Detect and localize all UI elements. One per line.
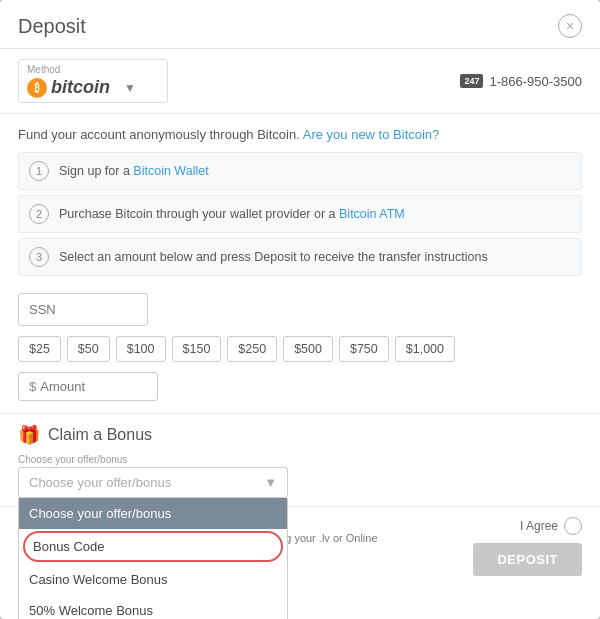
bonus-title: Claim a Bonus bbox=[48, 426, 152, 444]
step-1-num: 1 bbox=[29, 161, 49, 181]
bonus-dropdown-button[interactable]: Choose your offer/bonus ▼ bbox=[18, 467, 288, 498]
method-selector[interactable]: Method ₿ bitcoin ▼ bbox=[18, 59, 168, 103]
bitcoin-atm-link[interactable]: Bitcoin ATM bbox=[339, 207, 405, 221]
method-chevron-icon: ▼ bbox=[124, 81, 136, 95]
bitcoin-icon: ₿ bbox=[27, 78, 47, 98]
amount-btn-250[interactable]: $250 bbox=[227, 336, 277, 362]
bonus-section: 🎁 Claim a Bonus Choose your offer/bonus … bbox=[0, 413, 600, 506]
modal-title: Deposit bbox=[18, 15, 86, 38]
amount-btn-150[interactable]: $150 bbox=[172, 336, 222, 362]
amount-input-wrap: $ bbox=[18, 372, 158, 401]
agree-row: I Agree bbox=[520, 517, 582, 535]
amount-btn-500[interactable]: $500 bbox=[283, 336, 333, 362]
method-row: Method ₿ bitcoin ▼ 247 1-866-950-3500 bbox=[0, 49, 600, 114]
fund-description: Fund your account anonymously through Bi… bbox=[18, 127, 300, 142]
deposit-modal: Deposit × Method ₿ bitcoin ▼ 247 1-866-9… bbox=[0, 0, 600, 619]
step-1: 1 Sign up for a Bitcoin Wallet bbox=[18, 152, 582, 190]
step-2-num: 2 bbox=[29, 204, 49, 224]
agree-area: I Agree DEPOSIT bbox=[473, 517, 582, 576]
support-info: 247 1-866-950-3500 bbox=[460, 74, 582, 89]
dropdown-item-casino-welcome[interactable]: Casino Welcome Bonus bbox=[19, 564, 287, 595]
deposit-button[interactable]: DEPOSIT bbox=[473, 543, 582, 576]
step-2: 2 Purchase Bitcoin through your wallet p… bbox=[18, 195, 582, 233]
step-1-text: Sign up for a Bitcoin Wallet bbox=[59, 164, 209, 178]
gift-icon: 🎁 bbox=[18, 424, 40, 446]
amount-btn-25[interactable]: $25 bbox=[18, 336, 61, 362]
bitcoin-logo: ₿ bitcoin bbox=[27, 77, 110, 98]
modal-header: Deposit × bbox=[0, 0, 600, 49]
close-icon: × bbox=[566, 18, 574, 34]
agree-label: I Agree bbox=[520, 519, 558, 533]
dollar-sign-icon: $ bbox=[29, 379, 36, 394]
bonus-header: 🎁 Claim a Bonus bbox=[18, 424, 582, 446]
bitcoin-info-link[interactable]: Are you new to Bitcoin? bbox=[303, 127, 440, 142]
bonus-dropdown-list: Choose your offer/bonus Bonus Code Casin… bbox=[18, 498, 288, 619]
close-button[interactable]: × bbox=[558, 14, 582, 38]
bonus-dropdown-label: Choose your offer/bonus bbox=[18, 454, 288, 465]
step-3: 3 Select an amount below and press Depos… bbox=[18, 238, 582, 276]
support-badge: 247 bbox=[460, 74, 483, 88]
amount-btn-100[interactable]: $100 bbox=[116, 336, 166, 362]
steps-container: 1 Sign up for a Bitcoin Wallet 2 Purchas… bbox=[0, 152, 600, 276]
dropdown-item-default[interactable]: Choose your offer/bonus bbox=[19, 498, 287, 529]
ssn-input[interactable] bbox=[18, 293, 148, 326]
method-inner: ₿ bitcoin ▼ bbox=[27, 77, 159, 98]
step-3-num: 3 bbox=[29, 247, 49, 267]
amount-input[interactable] bbox=[40, 379, 147, 394]
dropdown-item-bonus-code[interactable]: Bonus Code bbox=[23, 531, 283, 562]
bitcoin-text: bitcoin bbox=[51, 77, 110, 98]
amount-btn-50[interactable]: $50 bbox=[67, 336, 110, 362]
bonus-dropdown-wrap: Choose your offer/bonus Choose your offe… bbox=[18, 454, 288, 498]
step-2-text: Purchase Bitcoin through your wallet pro… bbox=[59, 207, 405, 221]
amount-buttons: $25 $50 $100 $150 $250 $500 $750 $1,000 bbox=[18, 336, 582, 362]
bonus-chevron-icon: ▼ bbox=[264, 475, 277, 490]
fund-text-block: Fund your account anonymously through Bi… bbox=[0, 114, 600, 152]
method-label: Method bbox=[27, 64, 159, 75]
step-3-text: Select an amount below and press Deposit… bbox=[59, 250, 488, 264]
form-area: $25 $50 $100 $150 $250 $500 $750 $1,000 … bbox=[0, 281, 600, 401]
dropdown-item-50-welcome[interactable]: 50% Welcome Bonus bbox=[19, 595, 287, 619]
amount-btn-750[interactable]: $750 bbox=[339, 336, 389, 362]
support-phone: 1-866-950-3500 bbox=[489, 74, 582, 89]
bonus-selected-text: Choose your offer/bonus bbox=[29, 475, 171, 490]
agree-checkbox[interactable] bbox=[564, 517, 582, 535]
bitcoin-wallet-link[interactable]: Bitcoin Wallet bbox=[133, 164, 208, 178]
amount-btn-1000[interactable]: $1,000 bbox=[395, 336, 455, 362]
